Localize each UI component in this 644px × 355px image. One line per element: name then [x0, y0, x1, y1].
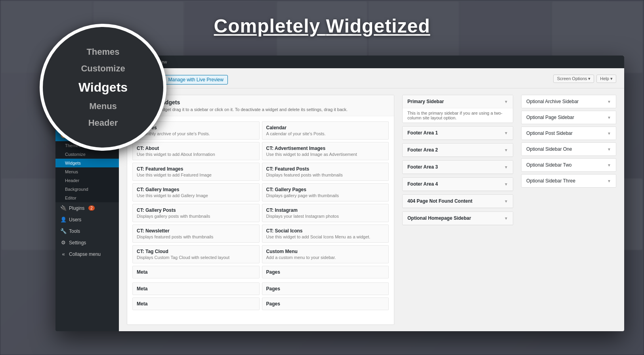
bubble-item-customize: Customize	[78, 60, 128, 77]
bubble-content: Themes Customize Widgets Menus Header	[72, 37, 134, 138]
widget-item-13[interactable]: Custom MenuAdd a custom menu to your sid…	[262, 245, 389, 263]
hero-title-main: Completely	[214, 15, 326, 36]
widgets-page-header: Widgets Manage with Live Preview Screen …	[119, 68, 624, 88]
sidebar-area-5: 404 Page Not Found Content ▼	[402, 194, 513, 208]
widget-item-5[interactable]: CT: Featured PostsDisplays featured post…	[262, 163, 389, 181]
widgets-body: Available Widgets To activate a widget d…	[119, 88, 624, 331]
widget-item-7[interactable]: CT: Gallery PagesDisplays gallery page w…	[262, 183, 389, 201]
widget-meta[interactable]: Meta	[132, 282, 260, 295]
optional-sidebar-3[interactable]: Optional Sidebar One▼	[521, 142, 616, 156]
widget-item-12[interactable]: CT: Tag CloudDisplays Custom Tag Cloud w…	[132, 245, 260, 263]
sidebar-item-settings[interactable]: ⚙ Settings	[55, 237, 119, 248]
sidebar-area-header-5[interactable]: 404 Page Not Found Content ▼	[403, 195, 513, 208]
available-widgets-title: Available Widgets	[133, 99, 388, 106]
optional-sidebar-0[interactable]: Optional Archive Sidebar▼	[521, 95, 616, 108]
widget-item-3[interactable]: CT: Advertisement ImagesUse this widget …	[262, 142, 389, 160]
wp-main-content: Dashboard + New Widgets Manage with Live…	[119, 56, 624, 331]
users-icon: 👤	[60, 217, 67, 223]
sidebar-area-6: Optional Homepage Sidebar ▼	[402, 211, 513, 225]
screen-options-button[interactable]: Screen Options ▾	[553, 75, 594, 83]
submenu-item-header[interactable]: Header	[55, 176, 119, 185]
plugins-icon: 🔌	[60, 205, 67, 211]
optional-sidebar-1[interactable]: Optional Page Sidebar▼	[521, 111, 616, 124]
sidebar-area-2: Footer Area 2 ▼	[402, 143, 513, 157]
collapse-icon: «	[60, 251, 67, 257]
submenu-item-editor[interactable]: Editor	[55, 194, 119, 202]
optional-sidebar-2[interactable]: Optional Post Sidebar▼	[521, 127, 616, 140]
widget-item-1[interactable]: CalendarA calendar of your site's Posts.	[262, 121, 389, 140]
screen-options-bar: Screen Options ▾ Help ▾	[553, 75, 616, 83]
sidebar-item-tools[interactable]: 🔧 Tools	[55, 225, 119, 237]
optional-sidebars-panel: Optional Archive Sidebar▼Optional Page S…	[521, 95, 616, 325]
widget-pages2[interactable]: Pages	[262, 297, 389, 310]
optional-sidebar-4[interactable]: Optional Sidebar Two▼	[521, 158, 616, 172]
help-button[interactable]: Help ▾	[596, 75, 616, 83]
optional-sidebar-5[interactable]: Optional Sidebar Three▼	[521, 174, 616, 188]
sidebar-item-users[interactable]: 👤 Users	[55, 214, 119, 225]
sidebar-area-header-3[interactable]: Footer Area 3 ▼	[403, 161, 513, 174]
widget-meta2[interactable]: Meta	[132, 297, 260, 310]
widget-pages[interactable]: Pages	[262, 282, 389, 295]
manage-live-preview-button[interactable]: Manage with Live Preview	[164, 75, 227, 84]
sidebar-area-3: Footer Area 3 ▼	[402, 160, 513, 174]
sidebar-item-collapse[interactable]: « Collapse menu	[55, 248, 119, 260]
bubble-item-themes: Themes	[78, 44, 128, 60]
sidebar-area-header-2[interactable]: Footer Area 2 ▼	[403, 144, 513, 157]
submenu-item-widgets[interactable]: Widgets	[55, 159, 119, 167]
submenu-item-menus[interactable]: Menus	[55, 167, 119, 176]
hero-title-underline: Widgetized	[326, 15, 430, 36]
sidebar-area-header-6[interactable]: Optional Homepage Sidebar ▼	[403, 212, 513, 225]
submenu-item-customize[interactable]: Customize	[55, 150, 119, 159]
available-widgets-desc: To activate a widget drag it to a sideba…	[133, 107, 388, 112]
sidebar-item-plugins[interactable]: 🔌 Plugins 2	[55, 202, 119, 214]
widget-item-14[interactable]: Meta	[132, 266, 260, 278]
widget-item-10[interactable]: CT: NewsletterDisplays featured posts wi…	[132, 225, 260, 243]
widget-item-9[interactable]: CT: InstagramDisplays your latest Instag…	[262, 204, 389, 222]
sidebar-area-4: Footer Area 4 ▼	[402, 177, 513, 191]
wp-topbar: Dashboard + New	[119, 56, 624, 68]
bubble-item-menus: Menus	[78, 98, 128, 115]
widget-item-15[interactable]: Pages	[262, 266, 389, 278]
widget-item-6[interactable]: CT: Gallery ImagesUse this widget to add…	[132, 183, 260, 201]
magnifier-bubble: Themes Customize Widgets Menus Header	[40, 24, 166, 151]
available-widgets-panel: Available Widgets To activate a widget d…	[127, 95, 394, 325]
bubble-item-header: Header	[78, 115, 128, 131]
sidebar-area-header-1[interactable]: Footer Area 1 ▼	[403, 127, 513, 140]
settings-icon: ⚙	[60, 240, 67, 246]
bubble-item-widgets: Widgets	[78, 77, 128, 98]
sidebar-area-desc-0: This is the primary sidebar if you are u…	[403, 108, 513, 123]
sidebar-area-header-4[interactable]: Footer Area 4 ▼	[403, 178, 513, 191]
widget-item-2[interactable]: CT: AboutUse this widget to add About In…	[132, 142, 260, 160]
submenu-item-background[interactable]: Background	[55, 185, 119, 194]
available-widgets-header: Available Widgets To activate a widget d…	[127, 95, 394, 116]
plugins-badge: 2	[88, 205, 95, 211]
sidebar-area-1: Footer Area 1 ▼	[402, 126, 513, 140]
widget-item-8[interactable]: CT: Gallery PostsDisplays gallery posts …	[132, 204, 260, 222]
tools-icon: 🔧	[60, 228, 67, 234]
widget-item-4[interactable]: CT: Featured ImagesUse this widget to ad…	[132, 163, 260, 181]
sidebar-area-0: Primary Sidebar ▼ This is the primary si…	[402, 95, 513, 123]
widget-item-11[interactable]: CT: Social IconsUse this widget to add S…	[262, 225, 389, 243]
widgets-grid: ArchivesA monthly archive of your site's…	[127, 116, 394, 281]
sidebar-area-header-0[interactable]: Primary Sidebar ▼	[403, 95, 513, 108]
sidebar-areas-panel: Primary Sidebar ▼ This is the primary si…	[402, 95, 513, 325]
